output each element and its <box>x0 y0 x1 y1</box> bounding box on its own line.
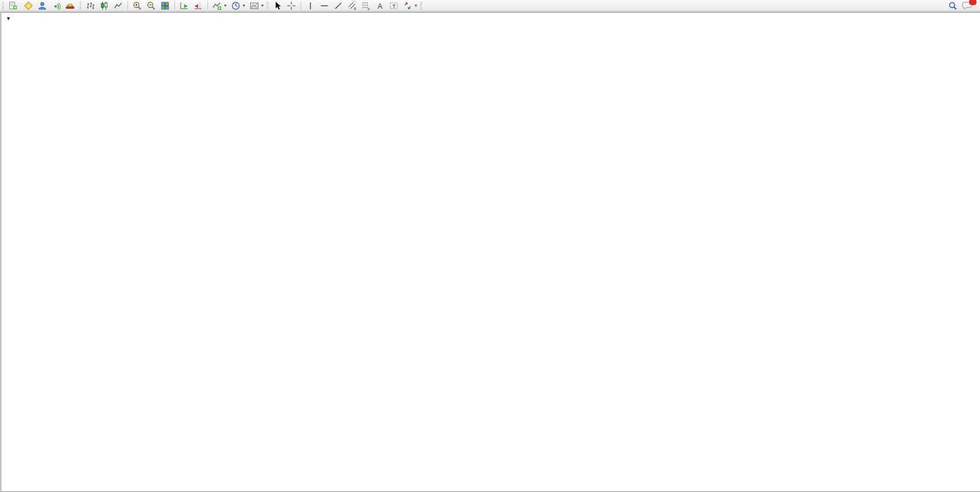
mql-community-icon <box>24 1 33 10</box>
candlestick-chart-button[interactable] <box>97 0 111 12</box>
periods-icon <box>231 1 240 10</box>
zoom-out-icon <box>147 1 156 10</box>
chevron-down-icon: ▾ <box>261 3 264 8</box>
signal-icon <box>52 1 61 10</box>
notification-badge <box>968 0 977 6</box>
auto-trading-button[interactable] <box>63 0 79 12</box>
periods-button[interactable]: ▾ <box>229 0 247 12</box>
equidistant-channel-button[interactable]: E <box>345 0 359 12</box>
templates-button[interactable]: ▾ <box>247 0 266 12</box>
toolbar-grip[interactable] <box>266 2 269 10</box>
indicators-button[interactable]: ▾ <box>210 0 229 12</box>
new-order-button[interactable] <box>6 0 21 12</box>
arrows-button[interactable]: ▾ <box>401 0 419 12</box>
vertical-line-icon <box>306 1 315 10</box>
symbol-dropdown-icon[interactable]: ▼ <box>6 16 11 21</box>
search-icon <box>948 1 957 10</box>
main-toolbar: ▾ ▾ ▾ <box>0 0 980 12</box>
search-button[interactable] <box>946 0 960 12</box>
line-chart-button[interactable] <box>111 0 125 12</box>
chat-button[interactable] <box>960 0 974 12</box>
templates-icon <box>250 1 259 10</box>
svg-text:T: T <box>393 3 396 9</box>
zoom-in-button[interactable] <box>130 0 144 12</box>
auto-scroll-button[interactable] <box>177 0 191 12</box>
text-label-icon: T <box>389 1 398 10</box>
chart-window: ▼ <box>1 12 980 492</box>
svg-text:E: E <box>354 7 356 10</box>
signal-button[interactable] <box>49 0 63 12</box>
text-icon: A <box>375 1 385 10</box>
horizontal-line-button[interactable] <box>317 0 331 12</box>
fibonacci-button[interactable]: F <box>359 0 373 12</box>
tile-windows-icon <box>160 1 170 10</box>
fibonacci-icon: F <box>361 1 371 10</box>
auto-scroll-icon <box>180 1 189 10</box>
user-profile-button[interactable] <box>35 0 49 12</box>
indicators-icon <box>213 1 222 10</box>
vertical-line-button[interactable] <box>303 0 317 12</box>
bar-chart-icon <box>86 1 95 10</box>
arrows-icon <box>403 1 412 10</box>
equidistant-channel-icon: E <box>348 1 357 10</box>
chart-header[interactable]: ▼ <box>6 16 28 21</box>
mql-community-button[interactable] <box>21 0 35 12</box>
chart-canvas[interactable] <box>1 13 980 491</box>
text-label-button[interactable]: T <box>387 0 401 12</box>
cursor-icon <box>273 1 282 10</box>
chart-shift-icon <box>193 1 203 10</box>
text-button[interactable]: A <box>373 0 387 12</box>
svg-text:F: F <box>368 7 370 10</box>
trendline-icon <box>334 1 343 10</box>
chart-shift-button[interactable] <box>191 0 205 12</box>
crosshair-button[interactable] <box>284 0 298 12</box>
bar-chart-button[interactable] <box>83 0 97 12</box>
user-icon <box>38 1 47 10</box>
tile-windows-button[interactable] <box>158 0 172 12</box>
line-chart-icon <box>114 1 123 10</box>
zoom-in-icon <box>133 1 142 10</box>
chevron-down-icon: ▾ <box>224 3 226 8</box>
chevron-down-icon: ▾ <box>243 3 245 8</box>
cursor-button[interactable] <box>270 0 284 12</box>
chevron-down-icon: ▾ <box>415 3 417 8</box>
toolbar-grip[interactable] <box>79 2 82 10</box>
zoom-out-button[interactable] <box>144 0 158 12</box>
candlestick-chart-icon <box>100 1 109 10</box>
new-order-icon <box>8 1 17 10</box>
auto-trading-icon <box>65 1 75 10</box>
horizontal-line-icon <box>320 1 329 10</box>
toolbar-grip[interactable] <box>420 2 422 10</box>
svg-text:A: A <box>378 2 382 10</box>
toolbar-grip[interactable] <box>2 2 4 10</box>
trendline-button[interactable] <box>331 0 345 12</box>
crosshair-icon <box>287 1 296 10</box>
